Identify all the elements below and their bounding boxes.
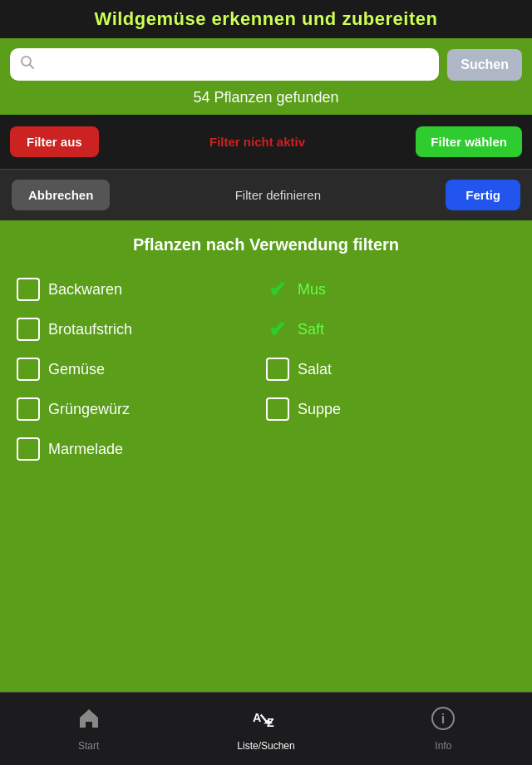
tab-bar: Start A Z Liste/Suchen i Info	[0, 692, 532, 765]
filter-title: Pflanzen nach Verwendung filtern	[17, 235, 515, 254]
checkbox[interactable]	[17, 278, 40, 301]
title-bar: Wildgemüse erkennen und zubereiten	[0, 0, 532, 38]
filter-waehlen-button[interactable]: Filter wählen	[416, 126, 522, 157]
svg-line-1	[30, 65, 34, 69]
start-icon	[76, 706, 101, 737]
checkbox[interactable]	[17, 397, 40, 421]
tab-label-liste-suchen: Liste/Suchen	[237, 740, 294, 752]
filter-label: Marmelade	[48, 441, 123, 458]
result-count: 54 Pflanzen gefunden	[0, 86, 532, 115]
checkbox[interactable]	[266, 358, 289, 381]
checkmark-icon: ✔	[268, 279, 287, 300]
search-area: Suchen	[0, 38, 532, 86]
fertig-button[interactable]: Fertig	[446, 180, 520, 210]
checkbox[interactable]	[266, 397, 289, 421]
filter-label: Gemüse	[48, 361, 105, 378]
filter-label: Suppe	[298, 401, 341, 418]
filter-grid: Backwaren✔MusBrotaufstrich✔SaftGemüseSal…	[17, 269, 515, 469]
tab-label-start: Start	[78, 740, 99, 752]
filter-item[interactable]: Marmelade	[17, 429, 266, 469]
abbrechen-button[interactable]: Abbrechen	[12, 180, 110, 210]
search-input-wrap	[10, 48, 439, 81]
search-button[interactable]: Suchen	[447, 49, 522, 81]
checkmark-icon: ✔	[268, 318, 287, 340]
svg-text:A: A	[253, 711, 261, 724]
checkbox[interactable]	[17, 437, 40, 461]
liste-suchen-icon: A Z	[252, 706, 280, 737]
app-title: Wildgemüse erkennen und zubereiten	[95, 8, 438, 29]
filter-label: Salat	[298, 361, 332, 378]
checkbox[interactable]	[17, 358, 40, 381]
checkbox[interactable]: ✔	[266, 318, 289, 341]
filter-label: Grüngewürz	[48, 401, 130, 418]
filter-row1: Filter aus Filter nicht aktiv Filter wäh…	[0, 115, 532, 169]
tab-label-info: Info	[435, 740, 451, 752]
tab-info[interactable]: i Info	[355, 699, 532, 758]
filter-label: Mus	[298, 281, 326, 299]
az-icon: A Z	[252, 706, 280, 731]
info-icon: i	[431, 706, 456, 731]
filter-label: Backwaren	[48, 281, 122, 299]
filter-aus-button[interactable]: Filter aus	[10, 126, 99, 157]
info-icon: i	[431, 706, 456, 737]
filter-content: Pflanzen nach Verwendung filtern Backwar…	[0, 220, 532, 477]
filter-item[interactable]: Salat	[266, 349, 515, 389]
svg-text:i: i	[441, 712, 445, 726]
filter-item[interactable]: Gemüse	[17, 349, 266, 389]
filter-item[interactable]: Brotaufstrich	[17, 309, 266, 349]
filter-item[interactable]: ✔Saft	[266, 309, 515, 349]
filter-label: Saft	[298, 321, 324, 338]
filter-status-text: Filter nicht aktiv	[209, 135, 305, 149]
filter-label: Brotaufstrich	[48, 321, 132, 338]
filter-row2: Abbrechen Filter definieren Fertig	[0, 169, 532, 220]
filter-item[interactable]: Suppe	[266, 389, 515, 429]
search-icon	[20, 55, 35, 74]
checkbox[interactable]: ✔	[266, 278, 289, 301]
tab-liste-suchen[interactable]: A Z Liste/Suchen	[177, 699, 354, 758]
search-input[interactable]	[42, 57, 429, 72]
filter-item[interactable]: ✔Mus	[266, 269, 515, 309]
filter-item[interactable]: Grüngewürz	[17, 389, 266, 429]
filter-definieren-text: Filter definieren	[235, 188, 321, 202]
tab-start[interactable]: Start	[0, 699, 177, 758]
checkbox[interactable]	[17, 318, 40, 341]
filter-item[interactable]	[266, 429, 515, 469]
filter-item[interactable]: Backwaren	[17, 269, 266, 309]
home-icon	[76, 706, 101, 731]
